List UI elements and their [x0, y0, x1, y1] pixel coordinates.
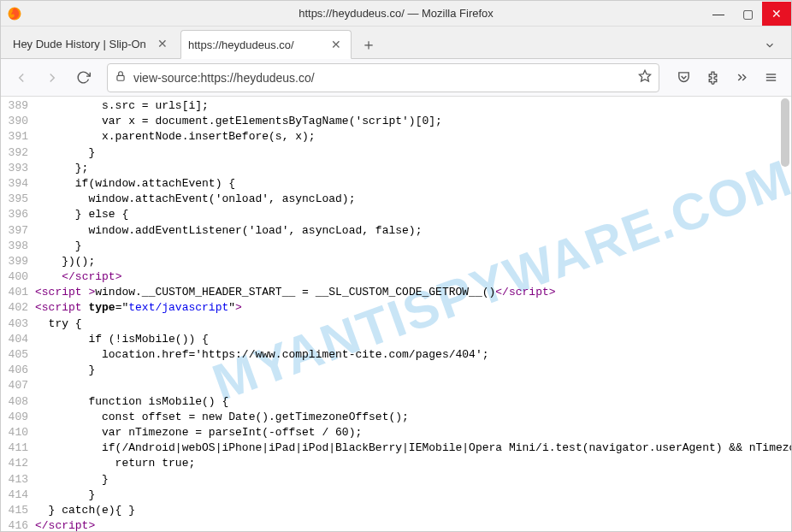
- source-line: 403 try {: [1, 316, 791, 332]
- source-line: 399 })();: [1, 254, 791, 269]
- source-line: 411 if(/Android|webOS|iPhone|iPad|iPod|B…: [1, 440, 791, 456]
- source-line: 397 window.addEventListener('load', asyn…: [1, 223, 791, 239]
- view-source-pane[interactable]: 389 s.src = urls[i];390 var x = document…: [1, 97, 791, 531]
- extensions-button[interactable]: [699, 64, 726, 92]
- close-button[interactable]: ✕: [762, 2, 791, 26]
- source-line: 410 var nTimezone = parseInt(-offset / 6…: [1, 425, 791, 440]
- lock-icon: [115, 70, 127, 85]
- source-line: 414 }: [1, 488, 791, 503]
- source-line: 404 if (!isMobile()) {: [1, 332, 791, 347]
- svg-rect-1: [117, 75, 124, 80]
- window-controls: — ▢ ✕: [704, 2, 791, 26]
- tab-close-icon[interactable]: ✕: [328, 37, 344, 52]
- source-line: 409 const offset = new Date().getTimezon…: [1, 410, 791, 425]
- maximize-button[interactable]: ▢: [733, 2, 762, 26]
- tab-inactive[interactable]: Hey Dude History | Slip-On ✕: [6, 29, 177, 58]
- source-line: 390 var x = document.getElementsByTagNam…: [1, 114, 791, 129]
- source-line: 405 location.href='https://www.complimen…: [1, 347, 791, 363]
- source-line: 389 s.src = urls[i];: [1, 98, 791, 114]
- list-tabs-button[interactable]: [757, 33, 783, 58]
- source-line: 416</script>: [1, 518, 791, 531]
- menu-button[interactable]: [757, 64, 784, 92]
- back-button[interactable]: [8, 64, 35, 92]
- firefox-icon: [6, 5, 23, 22]
- url-input[interactable]: [133, 71, 631, 85]
- source-line: 393 };: [1, 161, 791, 176]
- source-line: 402<script type="text/javascript">: [1, 300, 791, 316]
- reload-button[interactable]: [69, 64, 97, 92]
- minimize-button[interactable]: —: [704, 2, 733, 26]
- overflow-button[interactable]: [728, 64, 755, 92]
- svg-marker-2: [639, 70, 650, 81]
- bookmark-star-icon[interactable]: [638, 69, 652, 86]
- source-line: 398 }: [1, 239, 791, 254]
- new-tab-button[interactable]: ＋: [355, 31, 382, 58]
- forward-button[interactable]: [38, 64, 66, 92]
- titlebar: https://heydudeus.co/ — Mozilla Firefox …: [1, 1, 791, 27]
- source-line: 415 } catch(e){ }: [1, 503, 791, 518]
- page-content: MYANTISPYWARE.COM 389 s.src = urls[i];39…: [1, 97, 791, 531]
- window-title: https://heydudeus.co/ — Mozilla Firefox: [1, 7, 791, 20]
- source-line: 406 }: [1, 363, 791, 378]
- pocket-button[interactable]: [670, 64, 697, 92]
- source-line: 400 </script>: [1, 269, 791, 285]
- tab-active[interactable]: https://heydudeus.co/ ✕: [180, 30, 352, 59]
- source-line: 395 window.attachEvent('onload', asyncLo…: [1, 192, 791, 207]
- source-line: 408 function isMobile() {: [1, 394, 791, 410]
- url-bar[interactable]: [107, 63, 659, 92]
- navigation-bar: [1, 59, 791, 97]
- tab-label: https://heydudeus.co/: [188, 38, 325, 51]
- source-line: 412 return true;: [1, 456, 791, 471]
- tab-label: Hey Dude History | Slip-On: [13, 38, 151, 50]
- source-line: 407: [1, 378, 791, 393]
- browser-window: https://heydudeus.co/ — Mozilla Firefox …: [0, 0, 792, 532]
- source-line: 396 } else {: [1, 207, 791, 222]
- source-line: 401<script >window.__CUSTOM_HEADER_START…: [1, 285, 791, 300]
- tab-bar: Hey Dude History | Slip-On ✕ https://hey…: [1, 27, 791, 59]
- source-line: 391 x.parentNode.insertBefore(s, x);: [1, 129, 791, 145]
- tab-close-icon[interactable]: ✕: [155, 36, 170, 51]
- source-line: 394 if(window.attachEvent) {: [1, 176, 791, 192]
- source-line: 392 }: [1, 145, 791, 161]
- source-line: 413 }: [1, 472, 791, 488]
